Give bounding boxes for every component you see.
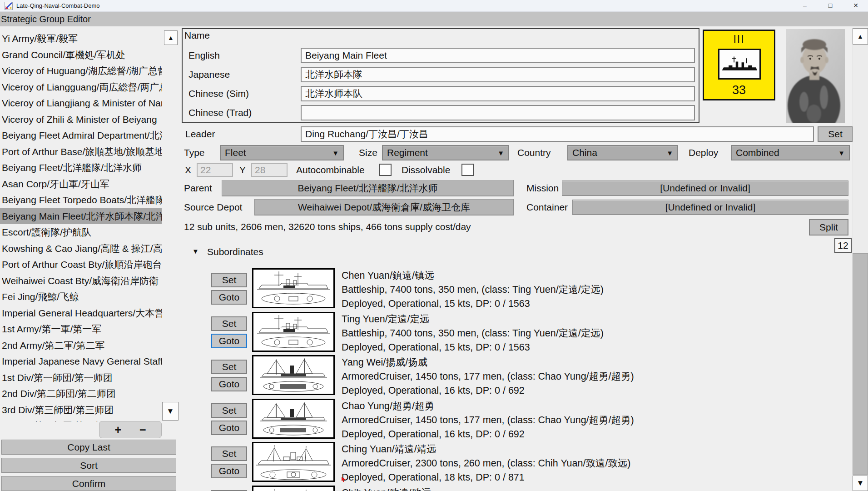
list-item[interactable]: 3rd Div/第三師団/第三师团 xyxy=(0,402,162,418)
ship-status-line: Deployed, Operational, 15 kts, DP: 0 / 1… xyxy=(342,297,530,310)
list-item[interactable]: Grand Council/軍機処/军机处 xyxy=(0,47,162,63)
list-item[interactable]: Port of Arthur Coast Bty/旅順沿岸砲台 xyxy=(0,256,162,273)
minimize-button[interactable]: – xyxy=(794,0,815,12)
sidebar-scroll-up-icon[interactable]: ▲ xyxy=(164,30,178,45)
list-item[interactable]: Kowshing & Cao Jiang/高陞 & 操江/高升 & 操江 xyxy=(0,240,162,257)
country-dropdown[interactable]: China ▼ xyxy=(567,145,678,160)
goto-button[interactable]: Goto xyxy=(211,334,247,348)
chinese-sim-name-input[interactable] xyxy=(301,86,695,101)
chinese-trad-name-input[interactable] xyxy=(301,105,695,120)
list-item[interactable]: Fei Jing/飛鯨/飞鲸 xyxy=(0,289,162,305)
list-plus-minus-bar: + − xyxy=(99,421,162,438)
list-item[interactable]: 1st Army/第一軍/第一军 xyxy=(0,321,162,337)
list-item[interactable]: Viceroy of Liangguang/両広総督/两广总督 xyxy=(0,79,162,95)
dissolvable-label: Dissolvable xyxy=(402,163,450,177)
list-item[interactable]: Viceroy of Liangjiang & Minister of Nany… xyxy=(0,95,162,111)
list-item[interactable]: Escort/護衛隊/护航队 xyxy=(0,224,162,240)
ship-name: Yang Wei/揚威/扬威 xyxy=(342,356,427,369)
ship-status-line: Deployed, Operational, 18 kts, DP: 0 / 8… xyxy=(342,471,525,484)
english-name-input[interactable] xyxy=(301,48,695,63)
list-item[interactable]: Weihaiwei Coast Bty/威海衛沿岸防衛 xyxy=(0,273,162,289)
japanese-label: Japanese xyxy=(188,67,230,82)
autocombinable-checkbox[interactable] xyxy=(379,164,392,176)
strategic-group-editor-window: Late-Qing-Naval-Combat-Demo – □ ✕ Strate… xyxy=(0,0,868,491)
mission-label: Mission xyxy=(526,180,559,196)
ship-status-line: Deployed, Operational, 15 kts, DP: 0 / 1… xyxy=(342,341,530,354)
list-item[interactable]: 2nd Army/第二軍/第二军 xyxy=(0,337,162,354)
confirm-button[interactable]: Confirm xyxy=(1,476,176,491)
list-item[interactable]: Beiyang Fleet/北洋艦隊/北洋水师 xyxy=(0,160,162,176)
set-button[interactable]: Set xyxy=(211,273,247,287)
remove-button[interactable]: − xyxy=(139,424,146,436)
parent-label: Parent xyxy=(184,180,212,196)
leader-input[interactable] xyxy=(301,126,814,142)
goto-button[interactable]: Goto xyxy=(211,421,247,435)
close-button[interactable]: ✕ xyxy=(845,0,866,12)
chinese-sim-label: Chinese (Sim) xyxy=(188,86,249,101)
goto-button[interactable]: Goto xyxy=(211,464,247,478)
set-button[interactable]: Set xyxy=(211,403,247,418)
add-button[interactable]: + xyxy=(114,424,121,436)
type-label: Type xyxy=(184,145,205,160)
split-button[interactable]: Split xyxy=(809,219,848,235)
y-input xyxy=(251,163,288,177)
ship-status-line: Deployed, Operational, 16 kts, DP: 0 / 6… xyxy=(342,384,525,397)
japanese-name-input[interactable] xyxy=(301,67,695,82)
ship-class-line: ArmoredCruiser, 1450 tons, 177 men, (cla… xyxy=(342,414,634,426)
list-item[interactable]: 1st Div/第一師団/第一师团 xyxy=(0,370,162,386)
ship-class-line: Battleship, 7400 tons, 350 men, (class: … xyxy=(342,283,604,296)
container-label: Container xyxy=(526,199,568,215)
unit-counter: III 33 xyxy=(703,30,775,100)
ship-name: Chih Yuan/致遠/致远 xyxy=(342,486,431,491)
size-dropdown[interactable]: Regiment ▼ xyxy=(382,145,509,160)
ship-thumbnail xyxy=(252,442,335,482)
dissolvable-checkbox[interactable] xyxy=(461,164,474,176)
ship-thumbnail xyxy=(252,486,335,491)
type-dropdown[interactable]: Fleet ▼ xyxy=(220,145,344,160)
list-item[interactable]: Port of Arthur Base/旅順基地/旅顺基地 xyxy=(0,144,162,160)
sidebar-scroll-down-icon[interactable]: ▼ xyxy=(162,402,179,421)
name-group-label: Name xyxy=(184,30,210,41)
source-depot-button[interactable]: Weihaiwei Depot/威海衛倉庫/威海卫仓库 xyxy=(254,199,514,215)
list-item[interactable]: Viceroy of Huguang/湖広総督/湖广总督 xyxy=(0,63,162,79)
leader-set-button[interactable]: Set xyxy=(818,126,853,142)
x-label: X xyxy=(185,163,191,177)
list-item[interactable]: Asan Corp/牙山軍/牙山军 xyxy=(0,176,162,192)
list-item[interactable]: Imperial Japanese Navy General Staff/軍令部 xyxy=(0,353,162,370)
subordinate-row: SetGoto Chao Yung/超勇/超勇ArmoredCruiser, 1… xyxy=(200,399,856,442)
list-item[interactable]: Viceroy of Zhili & Minister of Beiyang xyxy=(0,111,162,128)
maximize-button[interactable]: □ xyxy=(820,0,841,12)
list-item[interactable]: Imperial General Headquarters/大本営/大本营 xyxy=(0,305,162,321)
sort-button[interactable]: Sort xyxy=(1,458,176,473)
list-item[interactable]: Yi Army/毅軍/毅军 xyxy=(0,30,162,47)
main-scroll-down-icon[interactable]: ▼ xyxy=(853,476,868,491)
deploy-dropdown[interactable]: Combined ▼ xyxy=(731,145,850,160)
list-item[interactable]: Beiyang Fleet Admiral Department/北洋水師提督 xyxy=(0,127,162,144)
set-button[interactable]: Set xyxy=(211,316,247,331)
subordinate-row: SetGoto Ching Yuan/靖遠/靖远ArmoredCruiser, … xyxy=(200,442,856,486)
set-button[interactable]: Set xyxy=(211,360,247,374)
container-button[interactable]: [Undefined or Invalid] xyxy=(572,200,848,215)
page-title: Strategic Group Editor xyxy=(1,12,91,26)
list-item[interactable]: Beiyang Main Fleet/北洋水師本隊/北洋水师本队 xyxy=(0,208,162,225)
list-item[interactable]: 2nd Div/第二師団/第二师团 xyxy=(0,386,162,402)
size-value: Regiment xyxy=(387,147,428,158)
window-title: Late-Qing-Naval-Combat-Demo xyxy=(16,0,100,12)
parent-button[interactable]: Beiyang Fleet/北洋艦隊/北洋水师 xyxy=(222,180,514,196)
copy-last-button[interactable]: Copy Last xyxy=(1,440,176,455)
main-scroll-up-icon[interactable]: ▲ xyxy=(853,28,868,45)
main-scrollbar-thumb[interactable] xyxy=(853,253,868,475)
goto-button[interactable]: Goto xyxy=(211,290,247,305)
type-value: Fleet xyxy=(225,147,246,158)
chevron-down-icon: ▼ xyxy=(332,149,339,157)
list-item[interactable]: Beiyang Fleet Torpedo Boats/北洋艦隊水雷艇 xyxy=(0,192,162,208)
mission-button[interactable]: [Undefined or Invalid] xyxy=(562,180,848,196)
editor-header xyxy=(0,12,868,26)
set-button[interactable]: Set xyxy=(211,446,247,461)
unit-strength: 33 xyxy=(704,83,774,97)
collapse-arrow-icon[interactable]: ▼ xyxy=(192,247,199,255)
chevron-down-icon: ▼ xyxy=(497,149,504,157)
ship-thumbnail xyxy=(252,399,335,439)
ship-thumbnail xyxy=(252,268,335,308)
goto-button[interactable]: Goto xyxy=(211,377,247,391)
